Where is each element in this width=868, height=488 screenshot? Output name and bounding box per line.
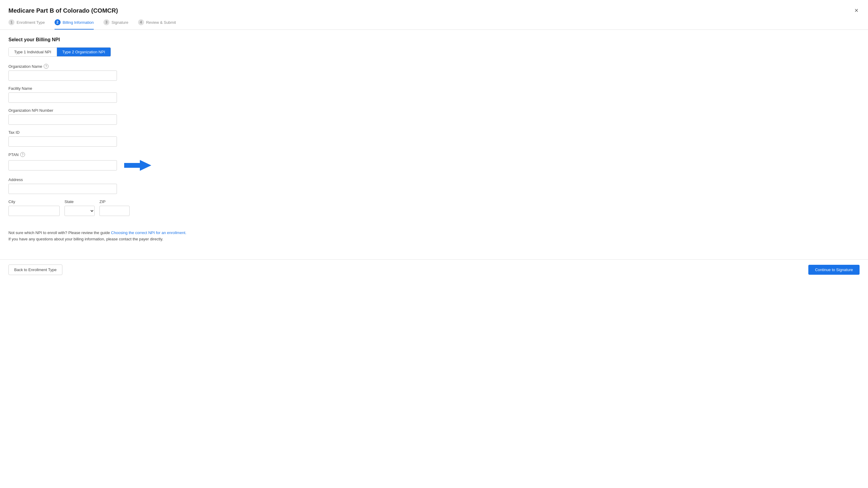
steps-nav: 1 Enrollment Type 2 Billing Information … xyxy=(0,15,868,30)
step-number-4: 4 xyxy=(138,19,144,25)
tab-type1-npi[interactable]: Type 1 Individual NPI xyxy=(9,47,57,56)
section-title: Select your Billing NPI xyxy=(8,37,860,42)
state-label: State xyxy=(64,199,95,204)
step-label-4: Review & Submit xyxy=(146,20,176,25)
step-number-2: 2 xyxy=(55,19,61,25)
ptan-label: PTAN ? xyxy=(8,152,860,157)
tab-type2-npi[interactable]: Type 2 Organization NPI xyxy=(57,47,111,56)
arrow-icon xyxy=(124,159,151,172)
org-name-input[interactable] xyxy=(8,70,117,81)
help-text-line1: Not sure which NPI to enroll with? Pleas… xyxy=(8,230,860,236)
step-signature[interactable]: 3 Signature xyxy=(103,19,128,30)
svg-marker-0 xyxy=(124,160,151,171)
org-npi-label: Organization NPI Number xyxy=(8,108,860,113)
ptan-help-icon[interactable]: ? xyxy=(20,152,25,157)
main-content: Select your Billing NPI Type 1 Individua… xyxy=(0,30,868,250)
ptan-input[interactable] xyxy=(8,160,117,170)
step-label-3: Signature xyxy=(112,20,128,25)
tax-id-group: Tax ID xyxy=(8,130,860,147)
org-name-group: Organization Name ? xyxy=(8,64,860,81)
city-group: City xyxy=(8,199,60,216)
npi-tabs: Type 1 Individual NPI Type 2 Organizatio… xyxy=(8,47,111,57)
step-billing-information[interactable]: 2 Billing Information xyxy=(55,19,94,30)
footer: Back to Enrollment Type Continue to Sign… xyxy=(0,259,868,280)
help-text: Not sure which NPI to enroll with? Pleas… xyxy=(8,230,860,242)
ptan-group: PTAN ? xyxy=(8,152,860,172)
continue-button[interactable]: Continue to Signature xyxy=(808,265,860,275)
modal-title: Medicare Part B of Colorado (COMCR) xyxy=(8,7,118,14)
step-label-2: Billing Information xyxy=(63,20,94,25)
city-label: City xyxy=(8,199,60,204)
step-number-3: 3 xyxy=(103,19,110,25)
org-npi-input[interactable] xyxy=(8,115,117,125)
ptan-arrow-indicator xyxy=(124,159,151,172)
city-state-zip-row: City State CO CA NY TX ZIP xyxy=(8,199,860,221)
help-text-line2: If you have any questions about your bil… xyxy=(8,236,860,242)
address-group: Address xyxy=(8,177,860,194)
org-name-label: Organization Name ? xyxy=(8,64,860,69)
state-select[interactable]: CO CA NY TX xyxy=(64,206,95,216)
org-npi-group: Organization NPI Number xyxy=(8,108,860,125)
org-name-help-icon[interactable]: ? xyxy=(44,64,49,69)
facility-name-label: Facility Name xyxy=(8,86,860,91)
tax-id-input[interactable] xyxy=(8,136,117,147)
ptan-row xyxy=(8,159,860,172)
modal-header: Medicare Part B of Colorado (COMCR) × xyxy=(0,0,868,15)
city-input[interactable] xyxy=(8,206,60,216)
address-input[interactable] xyxy=(8,184,117,194)
modal-container: Medicare Part B of Colorado (COMCR) × 1 … xyxy=(0,0,868,488)
step-label-1: Enrollment Type xyxy=(17,20,45,25)
step-number-1: 1 xyxy=(8,19,14,25)
facility-name-group: Facility Name xyxy=(8,86,860,103)
back-button[interactable]: Back to Enrollment Type xyxy=(8,264,62,275)
step-enrollment-type[interactable]: 1 Enrollment Type xyxy=(8,19,45,30)
tax-id-label: Tax ID xyxy=(8,130,860,135)
step-review-submit[interactable]: 4 Review & Submit xyxy=(138,19,176,30)
zip-group: ZIP xyxy=(99,199,130,216)
address-label: Address xyxy=(8,177,860,182)
close-button[interactable]: × xyxy=(853,6,860,15)
npi-guide-link[interactable]: Choosing the correct NPI for an enrollme… xyxy=(111,230,186,235)
zip-input[interactable] xyxy=(99,206,130,216)
state-group: State CO CA NY TX xyxy=(64,199,95,216)
facility-name-input[interactable] xyxy=(8,93,117,103)
zip-label: ZIP xyxy=(99,199,130,204)
